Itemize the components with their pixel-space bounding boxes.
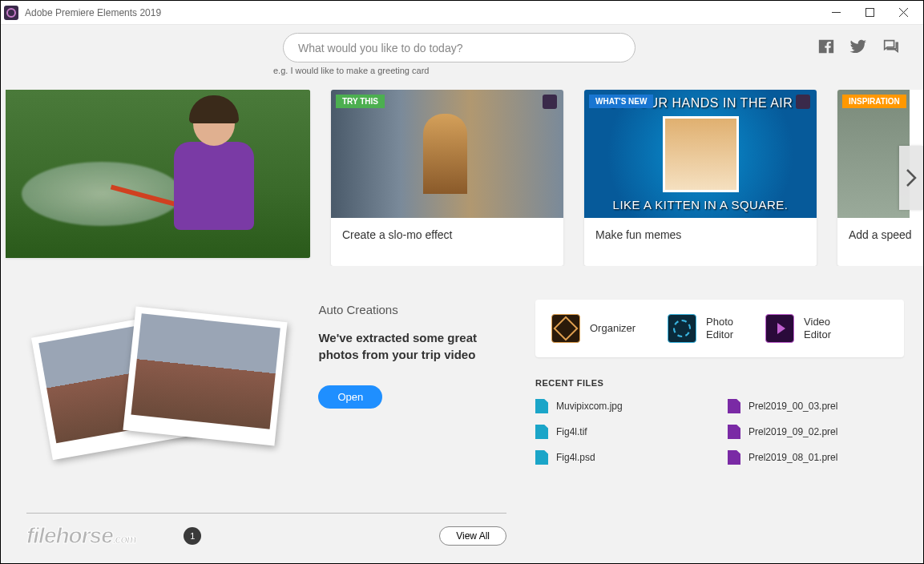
file-name: Muvipixcom.jpg — [556, 401, 623, 412]
recent-file[interactable]: Prel2019_09_02.prel — [728, 425, 904, 439]
card-memes-image: WHAT'S NEW UT YOUR HANDS IN THE AIR LIKE… — [584, 90, 817, 218]
header-row: What would you like to do today? — [1, 25, 923, 64]
open-button[interactable]: Open — [318, 385, 382, 409]
prel-file-icon — [728, 450, 740, 465]
video-editor-icon — [765, 314, 794, 343]
minimize-button[interactable] — [819, 2, 853, 24]
app-icon — [4, 6, 18, 20]
file-name: Prel2019_08_01.prel — [748, 452, 837, 463]
organizer-icon — [551, 314, 580, 343]
meme-bottom-text: LIKE A KITTEN IN A SQUARE. — [613, 198, 789, 212]
organizer-label: Organizer — [590, 322, 636, 335]
prel-file-icon — [728, 399, 740, 413]
auto-creations-headline: We've extracted some great photos from y… — [318, 329, 519, 363]
maximize-button[interactable] — [853, 2, 886, 24]
card-speed-caption: Add a speed — [837, 218, 923, 252]
image-file-icon — [535, 399, 548, 413]
recent-files-heading: RECENT FILES — [535, 378, 904, 388]
recent-file[interactable]: Prel2019_08_01.prel — [728, 450, 904, 465]
search-input[interactable]: What would you like to do today? — [283, 33, 636, 62]
photo-editor-button[interactable]: Photo Editor — [668, 314, 733, 343]
auto-creations-heading: Auto Creations — [318, 303, 519, 316]
photo-editor-label: Photo Editor — [706, 316, 733, 340]
card-slomo-caption: Create a slo-mo effect — [331, 218, 563, 252]
close-button[interactable] — [886, 2, 920, 24]
svg-rect-0 — [865, 9, 874, 17]
recent-files: RECENT FILES Muvipixcom.jpg Prel2019_00_… — [535, 378, 904, 465]
file-name: Prel2019_00_03.prel — [748, 401, 837, 412]
recent-file[interactable]: Fig4l.tif — [535, 425, 712, 439]
file-name: Fig4l.psd — [556, 452, 595, 463]
organizer-button[interactable]: Organizer — [551, 314, 636, 343]
app-title: Adobe Premiere Elements 2019 — [25, 7, 161, 18]
search-placeholder: What would you like to do today? — [298, 42, 462, 54]
recent-file[interactable]: Prel2019_00_03.prel — [728, 399, 904, 413]
social-icons — [817, 38, 899, 58]
hero-card[interactable] — [6, 90, 310, 258]
image-file-icon — [535, 425, 548, 439]
try-this-tag: TRY THIS — [336, 95, 385, 108]
card-memes-caption: Make fun memes — [584, 218, 817, 252]
chat-icon[interactable] — [882, 38, 899, 58]
search-wrap: What would you like to do today? — [283, 33, 636, 62]
auto-creations-text: Auto Creations We've extracted some grea… — [318, 300, 519, 484]
lower-area: Auto Creations We've extracted some grea… — [1, 300, 923, 484]
titlebar: Adobe Premiere Elements 2019 — [1, 1, 923, 25]
meme-kitten-image — [663, 116, 739, 192]
prel-file-icon — [728, 425, 740, 439]
carousel-next-button[interactable] — [899, 146, 923, 210]
editors-panel: Organizer Photo Editor Video Editor — [535, 300, 904, 357]
inspiration-tag: INSPIRATION — [842, 95, 906, 108]
view-all-button[interactable]: View All — [439, 526, 506, 546]
bottom-bar: filehorse.com 1 View All — [26, 513, 506, 549]
facebook-icon[interactable] — [817, 38, 835, 58]
watermark: filehorse.com — [26, 523, 135, 549]
recent-file[interactable]: Muvipixcom.jpg — [535, 399, 712, 413]
video-editor-label: Video Editor — [804, 316, 831, 340]
right-column: Organizer Photo Editor Video Editor RECE… — [535, 300, 904, 484]
card-memes[interactable]: WHAT'S NEW UT YOUR HANDS IN THE AIR LIKE… — [584, 90, 817, 266]
auto-creations-thumbs — [33, 300, 318, 484]
card-slomo-image: TRY THIS — [331, 90, 563, 218]
photo-editor-icon — [668, 314, 696, 343]
polaroid-photo-2 — [123, 306, 287, 445]
whats-new-tag: WHAT'S NEW — [589, 95, 653, 108]
premiere-icon — [543, 95, 557, 109]
image-file-icon — [535, 450, 548, 465]
video-editor-button[interactable]: Video Editor — [765, 314, 831, 343]
file-name: Fig4l.tif — [556, 426, 587, 437]
recent-file[interactable]: Fig4l.psd — [535, 450, 712, 465]
search-example: e.g. I would like to make a greeting car… — [273, 66, 923, 75]
recent-files-grid: Muvipixcom.jpg Prel2019_00_03.prel Fig4l… — [535, 399, 904, 465]
premiere-icon — [796, 95, 810, 109]
file-name: Prel2019_09_02.prel — [748, 426, 837, 437]
twitter-icon[interactable] — [849, 38, 867, 58]
page-indicator[interactable]: 1 — [184, 527, 201, 545]
card-slomo[interactable]: TRY THIS Create a slo-mo effect — [331, 90, 563, 266]
carousel: TRY THIS Create a slo-mo effect WHAT'S N… — [1, 90, 923, 266]
